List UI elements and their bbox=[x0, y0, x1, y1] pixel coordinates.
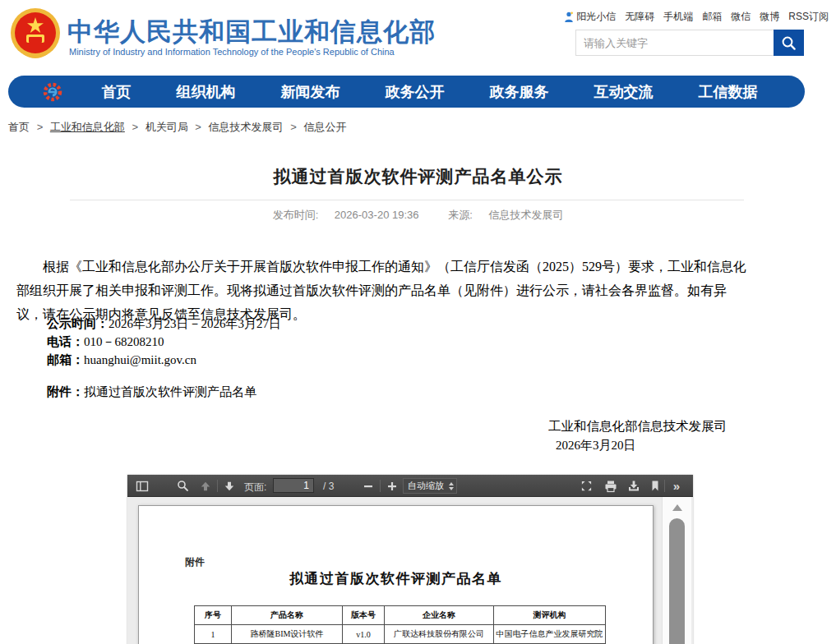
toolbar-divider bbox=[664, 480, 665, 492]
title-divider bbox=[70, 200, 744, 200]
evaluation-product-table: 序号 产品名称 版本号 企业名称 测评机构 1 路桥隧BIM设计软件 v1.0 bbox=[194, 605, 606, 644]
miit-gear-icon bbox=[43, 82, 62, 102]
page-number-label: 页面: bbox=[244, 481, 266, 494]
top-link-accessibility[interactable]: 无障碍 bbox=[625, 10, 654, 24]
find-button[interactable] bbox=[173, 475, 192, 497]
main-navbar: 首页 组织机构 新闻发布 政务公开 政务服务 互动交流 工信数据 bbox=[8, 76, 805, 108]
cell-evaluator: 中国电子信息产业发展研究院 bbox=[494, 625, 606, 644]
search-icon bbox=[781, 35, 797, 51]
download-button[interactable] bbox=[624, 475, 644, 497]
col-header-product: 产品名称 bbox=[232, 606, 343, 625]
article-meta: 发布时间: 2026-03-20 19:36 来源: 信息技术发展司 bbox=[0, 208, 836, 223]
select-spinner-icon bbox=[449, 482, 454, 490]
toolbar-divider bbox=[380, 480, 381, 492]
top-link-rss[interactable]: RSS订阅 bbox=[788, 10, 829, 24]
nav-item-interaction[interactable]: 互动交流 bbox=[594, 82, 654, 102]
nav-item-organization[interactable]: 组织机构 bbox=[177, 82, 236, 102]
page-number-input[interactable] bbox=[273, 478, 314, 493]
breadcrumb-home[interactable]: 首页 bbox=[8, 121, 30, 133]
col-header-company: 企业名称 bbox=[385, 606, 494, 625]
download-icon bbox=[627, 480, 640, 493]
next-page-button[interactable] bbox=[219, 475, 239, 497]
double-chevron-icon: » bbox=[673, 479, 680, 493]
minus-icon bbox=[363, 481, 374, 492]
attachment-line: 附件：拟通过首版次软件评测产品名单 bbox=[47, 384, 256, 400]
pdf-document-title: 拟通过首版次软件评测产品名单 bbox=[139, 569, 653, 588]
top-link-mail[interactable]: 邮箱 bbox=[702, 10, 722, 24]
toolbar-divider bbox=[217, 480, 218, 492]
sidebar-toggle-icon bbox=[136, 480, 149, 493]
nav-item-gov-affairs[interactable]: 政务公开 bbox=[386, 82, 445, 102]
cell-product: 路桥隧BIM设计软件 bbox=[232, 625, 343, 644]
contact-email: 邮箱：huanghui@miit.gov.cn bbox=[47, 352, 196, 368]
col-header-evaluator: 测评机构 bbox=[494, 606, 606, 625]
article-title: 拟通过首版次软件评测产品名单公示 bbox=[0, 165, 836, 188]
nav-item-data[interactable]: 工信数据 bbox=[699, 82, 758, 102]
zoom-in-button[interactable] bbox=[382, 475, 402, 497]
national-emblem-logo bbox=[10, 7, 61, 60]
cell-index: 1 bbox=[195, 625, 232, 644]
contact-phone: 电话：010－68208210 bbox=[47, 334, 164, 350]
table-row: 1 路桥隧BIM设计软件 v1.0 广联达科技股份有限公司 中国电子信息产业发展… bbox=[195, 625, 606, 644]
col-header-index: 序号 bbox=[195, 606, 232, 625]
search-input[interactable] bbox=[575, 30, 774, 56]
signature-date: 2026年3月20日 bbox=[556, 438, 636, 453]
breadcrumb: 首页 > 工业和信息化部 > 机关司局 > 信息技术发展司 > 信息公开 bbox=[8, 120, 346, 135]
mascot-icon bbox=[564, 12, 574, 23]
fullscreen-icon bbox=[580, 480, 593, 492]
page-count: / 3 bbox=[323, 481, 334, 492]
cell-version: v1.0 bbox=[343, 625, 385, 644]
signature-organization: 工业和信息化部信息技术发展司 bbox=[548, 418, 727, 435]
top-link-sunshine[interactable]: 阳光小信 bbox=[564, 10, 616, 24]
pdf-body: 附件 拟通过首版次软件评测产品名单 序号 产品名称 版本号 企业名称 测评机构 bbox=[127, 497, 693, 644]
nav-item-home[interactable]: 首页 bbox=[102, 82, 132, 102]
site-subtitle: Ministry of Industry and Information Tec… bbox=[69, 47, 395, 57]
breadcrumb-separator: > bbox=[37, 121, 44, 133]
top-link-wechat[interactable]: 微信 bbox=[731, 10, 751, 24]
publish-time: 发布时间: 2026-03-20 19:36 bbox=[266, 209, 426, 221]
scrollbar-thumb[interactable] bbox=[669, 518, 685, 644]
breadcrumb-miit[interactable]: 工业和信息化部 bbox=[50, 121, 125, 133]
top-link-mobile[interactable]: 手机端 bbox=[663, 10, 693, 24]
nav-item-news[interactable]: 新闻发布 bbox=[281, 82, 340, 102]
scroll-up-arrow-icon[interactable] bbox=[672, 504, 682, 511]
public-notice-period: 公示时间：2026年3月23日－2026年3月27日 bbox=[47, 316, 281, 332]
breadcrumb-it-dev-dept[interactable]: 信息技术发展司 bbox=[209, 121, 284, 133]
arrow-down-icon bbox=[224, 481, 235, 492]
zoom-scale-value: 自动缩放 bbox=[408, 480, 444, 492]
printer-icon bbox=[604, 480, 617, 493]
article-paragraph: 根据《工业和信息化部办公厅关于开展首版次软件申报工作的通知》（工信厅信发函（20… bbox=[16, 255, 746, 326]
search-button[interactable] bbox=[774, 30, 804, 56]
breadcrumb-info-disclosure[interactable]: 信息公开 bbox=[303, 121, 346, 133]
table-header-row: 序号 产品名称 版本号 企业名称 测评机构 bbox=[195, 606, 606, 625]
more-tools-button[interactable]: » bbox=[667, 475, 686, 497]
pdf-toolbar: 页面: / 3 自动缩放 bbox=[127, 475, 693, 497]
nav-items: 首页 组织机构 新闻发布 政务公开 政务服务 互动交流 工信数据 bbox=[62, 82, 805, 102]
print-button[interactable] bbox=[601, 475, 621, 497]
attachment-link[interactable]: 拟通过首版次软件评测产品名单 bbox=[84, 385, 256, 398]
cell-company: 广联达科技股份有限公司 bbox=[385, 625, 494, 644]
pdf-scrollbar[interactable] bbox=[662, 497, 691, 644]
bookmark-icon bbox=[649, 480, 661, 492]
plus-icon bbox=[386, 481, 398, 492]
breadcrumb-separator: > bbox=[132, 121, 138, 133]
zoom-scale-select[interactable]: 自动缩放 bbox=[403, 478, 457, 494]
page: 中华人民共和国工业和信息化部 Ministry of Industry and … bbox=[0, 0, 836, 644]
col-header-version: 版本号 bbox=[343, 606, 385, 625]
previous-page-button[interactable] bbox=[196, 475, 215, 497]
zoom-out-button[interactable] bbox=[358, 475, 378, 497]
header-top-links: 阳光小信 无障碍 手机端 邮箱 微信 微博 RSS订阅 bbox=[564, 10, 829, 24]
presentation-mode-button[interactable] bbox=[576, 475, 596, 497]
breadcrumb-departments[interactable]: 机关司局 bbox=[145, 121, 188, 133]
sidebar-toggle-button[interactable] bbox=[132, 475, 152, 497]
article-source: 来源: 信息技术发展司 bbox=[441, 209, 570, 221]
breadcrumb-separator: > bbox=[290, 121, 297, 133]
search-icon bbox=[177, 480, 189, 492]
bookmark-button[interactable] bbox=[645, 475, 665, 497]
nav-item-gov-services[interactable]: 政务服务 bbox=[490, 82, 549, 102]
breadcrumb-separator: > bbox=[195, 121, 201, 133]
site-title: 中华人民共和国工业和信息化部 bbox=[67, 15, 436, 49]
arrow-up-icon bbox=[200, 481, 211, 492]
top-link-weibo[interactable]: 微博 bbox=[760, 10, 779, 24]
pdf-attachment-label: 附件 bbox=[185, 555, 205, 569]
